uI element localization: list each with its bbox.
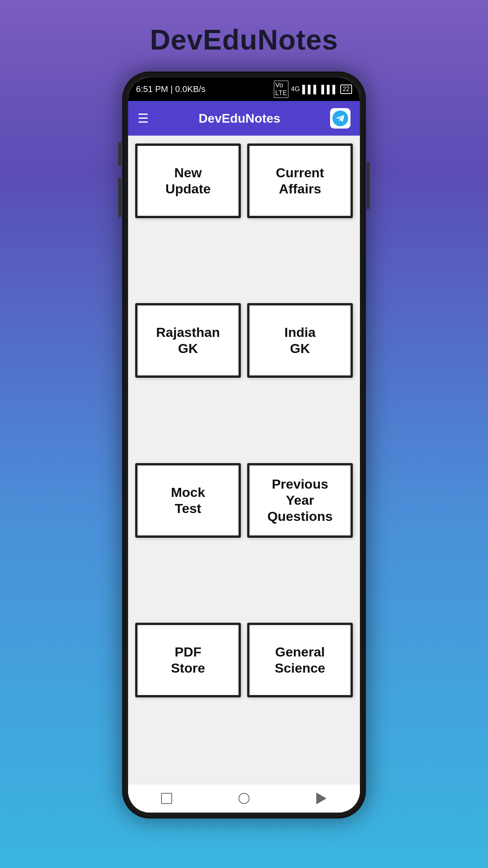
home-button[interactable] [236, 791, 252, 806]
telegram-icon [332, 110, 348, 126]
volte-icon: VoLTE [274, 81, 289, 98]
signal-bars2-icon: ▌▌▌ [321, 85, 338, 94]
back-button[interactable] [314, 791, 329, 806]
content-grid: NewUpdate CurrentAffairs RajasthanGK Ind… [128, 136, 360, 784]
rajasthan-gk-label: RajasthanGK [152, 320, 224, 360]
recent-apps-button[interactable] [159, 791, 174, 806]
volume-down-button [118, 178, 121, 217]
previous-year-questions-card[interactable]: PreviousYearQuestions [247, 463, 353, 538]
circle-icon [238, 793, 250, 804]
mock-test-label: MockTest [167, 480, 209, 520]
app-title: DevEduNotes [150, 24, 338, 56]
network-4g-icon: 4G [291, 85, 300, 93]
rajasthan-gk-card[interactable]: RajasthanGK [135, 303, 241, 378]
current-affairs-card[interactable]: CurrentAffairs [247, 143, 353, 218]
new-update-label: NewUpdate [161, 161, 215, 201]
previous-year-questions-label: PreviousYearQuestions [263, 472, 336, 528]
status-time: 6:51 PM | 0.0KB/s [136, 84, 205, 94]
volume-up-button [118, 142, 121, 166]
app-bar-title: DevEduNotes [198, 111, 280, 126]
india-gk-card[interactable]: IndiaGK [247, 303, 353, 378]
general-science-label: GeneralScience [271, 640, 329, 680]
app-bar: ☰ DevEduNotes [128, 101, 360, 136]
mock-test-card[interactable]: MockTest [135, 463, 241, 538]
india-gk-label: IndiaGK [281, 320, 319, 360]
hamburger-menu-button[interactable]: ☰ [138, 111, 149, 126]
power-button [367, 162, 370, 209]
new-update-card[interactable]: NewUpdate [135, 143, 241, 218]
bottom-navigation [128, 784, 360, 813]
signal-bars-icon: ▌▌▌ [302, 85, 319, 94]
status-icons: VoLTE 4G ▌▌▌ ▌▌▌ 22 [274, 81, 352, 98]
square-icon [161, 793, 172, 804]
status-bar: 6:51 PM | 0.0KB/s VoLTE 4G ▌▌▌ ▌▌▌ 22 [128, 77, 360, 101]
pdf-store-label: PDFStore [167, 640, 209, 680]
phone-screen: 6:51 PM | 0.0KB/s VoLTE 4G ▌▌▌ ▌▌▌ 22 ☰ … [128, 77, 360, 813]
general-science-card[interactable]: GeneralScience [247, 623, 353, 697]
back-triangle-icon [316, 793, 327, 804]
pdf-store-card[interactable]: PDFStore [135, 623, 241, 697]
telegram-button[interactable] [330, 108, 350, 129]
current-affairs-label: CurrentAffairs [272, 161, 328, 201]
battery-icon: 22 [340, 85, 352, 94]
phone-frame: 6:51 PM | 0.0KB/s VoLTE 4G ▌▌▌ ▌▌▌ 22 ☰ … [122, 72, 366, 818]
